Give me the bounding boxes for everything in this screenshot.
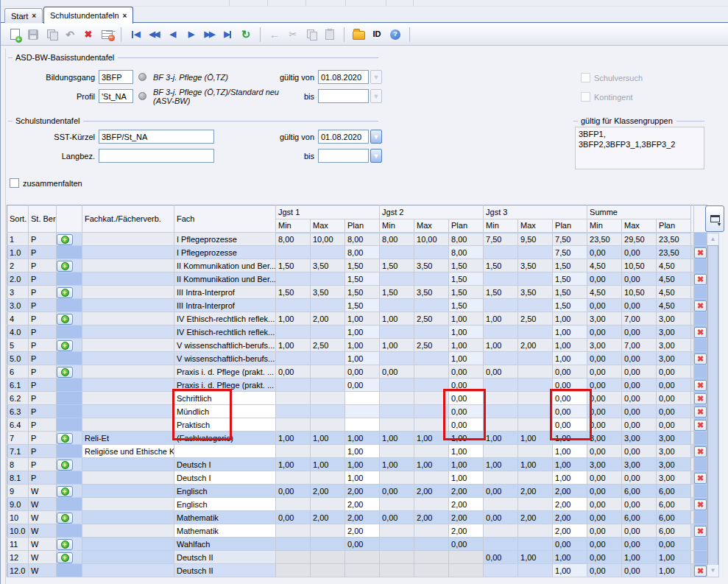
cell-value[interactable] [414, 471, 449, 485]
chevron-down-icon[interactable]: ▼ [370, 130, 382, 144]
cell-value[interactable]: 1,00 [345, 326, 380, 339]
cell-value[interactable] [449, 564, 484, 577]
delete-row-button[interactable]: ✖ [694, 327, 707, 338]
cell-value[interactable]: 0,00 [657, 379, 691, 392]
cell-value[interactable]: 2,00 [553, 511, 587, 524]
cell-value[interactable]: 6,00 [622, 485, 657, 498]
cell-value[interactable]: 0,00 [622, 352, 657, 365]
table-row[interactable]: 9W+Englisch0,002,002,000,002,002,000,002… [7, 485, 707, 498]
cell-value[interactable]: 2,00 [311, 485, 345, 498]
column-chooser-button[interactable] [705, 205, 724, 232]
cell-value[interactable]: 2,00 [553, 498, 587, 511]
nav-fast-prev-button[interactable]: ◀◀ [146, 27, 162, 43]
cell-value[interactable]: 23,50 [657, 233, 691, 246]
cell-value[interactable]: 1,00 [553, 564, 587, 577]
cell-value[interactable]: 0,00 [345, 365, 380, 379]
cell-fach[interactable]: I Pflegeprozesse [174, 246, 276, 259]
cell-value[interactable] [276, 498, 311, 511]
cell-value[interactable]: 1,00 [553, 551, 587, 564]
add-subrow-button[interactable]: + [57, 539, 73, 550]
cell-value[interactable]: 0,00 [587, 365, 622, 379]
cell-value[interactable]: 7,50 [553, 246, 587, 259]
cell-value[interactable]: 2,00 [414, 511, 449, 524]
cell-value[interactable]: 3,00 [657, 352, 691, 365]
cell-value[interactable]: 4,50 [587, 259, 622, 272]
cell-value[interactable] [414, 246, 449, 259]
cell-value[interactable]: 1,00 [553, 352, 587, 365]
cell-value[interactable]: 3,50 [518, 259, 553, 272]
scroll-up-icon[interactable]: ▲ [707, 233, 718, 245]
cell-value[interactable] [380, 538, 414, 551]
table-row[interactable]: 4.0PIV Ethisch-rechtlich reflek...1,001,… [7, 326, 707, 339]
cell-value[interactable]: 2,00 [553, 524, 587, 538]
cell-value[interactable] [276, 299, 311, 312]
cell-value[interactable] [380, 392, 414, 405]
cell-value[interactable]: 10,00 [311, 233, 345, 246]
cell-value[interactable]: 1,00 [380, 339, 414, 352]
cell-value[interactable]: 8,00 [345, 233, 380, 246]
cell-value[interactable] [518, 498, 553, 511]
cell-value[interactable]: 0,00 [587, 326, 622, 339]
cell-value[interactable]: 0,00 [587, 272, 622, 286]
cell-value[interactable] [380, 418, 414, 432]
cell-value[interactable]: 0,00 [587, 498, 622, 511]
table-row[interactable]: 7P+Reli-Et(Fachkategorie)1,001,001,001,0… [7, 432, 707, 445]
cell-value[interactable] [518, 326, 553, 339]
cell-value[interactable]: 6,00 [657, 498, 691, 511]
cell-value[interactable]: 7,00 [622, 312, 657, 326]
cell-value[interactable]: 1,00 [484, 458, 518, 471]
cell-value[interactable] [484, 392, 518, 405]
cell-value[interactable]: 0,00 [657, 405, 691, 418]
cell-value[interactable]: 0,00 [622, 326, 657, 339]
cell-value[interactable]: 0,00 [345, 538, 380, 551]
cell-fachkat[interactable] [82, 511, 174, 524]
delete-row-button[interactable]: ✖ [694, 473, 707, 484]
add-subrow-button[interactable]: + [57, 486, 73, 497]
cell-value[interactable]: 1,00 [345, 432, 380, 445]
cell-value[interactable] [518, 246, 553, 259]
cell-value[interactable] [380, 564, 414, 577]
profil-field[interactable] [99, 89, 133, 103]
cell-value[interactable]: 2,50 [414, 312, 449, 326]
cell-fachkat[interactable] [82, 299, 174, 312]
cell-value[interactable] [311, 246, 345, 259]
cell-value[interactable]: 23,50 [587, 233, 622, 246]
cell-value[interactable]: 1,00 [449, 339, 484, 352]
cell-value[interactable]: 1,00 [553, 339, 587, 352]
cell-value[interactable]: 1,50 [553, 259, 587, 272]
cell-fachkat[interactable] [82, 392, 174, 405]
cell-value[interactable]: 0,00 [587, 511, 622, 524]
cell-value[interactable] [380, 524, 414, 538]
cell-value[interactable] [484, 272, 518, 286]
cell-value[interactable]: 0,00 [276, 365, 311, 379]
cell-value[interactable]: 1,50 [553, 299, 587, 312]
table-row[interactable]: 3.0PIII Intra-Interprof1,501,501,500,000… [7, 299, 707, 312]
cell-value[interactable]: 1,00 [553, 471, 587, 485]
cell-value[interactable] [484, 538, 518, 551]
cell-value[interactable]: 3,50 [311, 259, 345, 272]
cell-value[interactable] [414, 498, 449, 511]
cell-value[interactable]: 3,00 [587, 339, 622, 352]
cell-fach[interactable]: IV Ethisch-rechtlich reflek... [174, 312, 276, 326]
cell-value[interactable]: 4,50 [657, 299, 691, 312]
cell-value[interactable]: 1,00 [380, 458, 414, 471]
cell-value[interactable]: 2,00 [311, 511, 345, 524]
cell-value[interactable]: 1,50 [345, 286, 380, 299]
cell-value[interactable]: 1,00 [449, 312, 484, 326]
cell-value[interactable] [414, 326, 449, 339]
cell-value[interactable] [380, 471, 414, 485]
cell-value[interactable]: 1,50 [276, 259, 311, 272]
cell-value[interactable] [276, 405, 311, 418]
cell-value[interactable]: 3,50 [518, 286, 553, 299]
cell-fachkat[interactable] [82, 339, 174, 352]
cell-value[interactable]: 0,00 [587, 418, 622, 432]
cell-value[interactable]: 1,50 [380, 259, 414, 272]
cell-value[interactable] [484, 405, 518, 418]
table-row[interactable]: 5.0PV wissenschaftlich-berufs...1,001,00… [7, 352, 707, 365]
cell-value[interactable]: 1,00 [345, 339, 380, 352]
cell-value[interactable]: 3,00 [657, 471, 691, 485]
cell-value[interactable]: 2,00 [414, 485, 449, 498]
cell-value[interactable]: 2,00 [449, 485, 484, 498]
cell-value[interactable]: 1,00 [276, 432, 311, 445]
cell-fach[interactable]: Mathematik [174, 524, 276, 538]
